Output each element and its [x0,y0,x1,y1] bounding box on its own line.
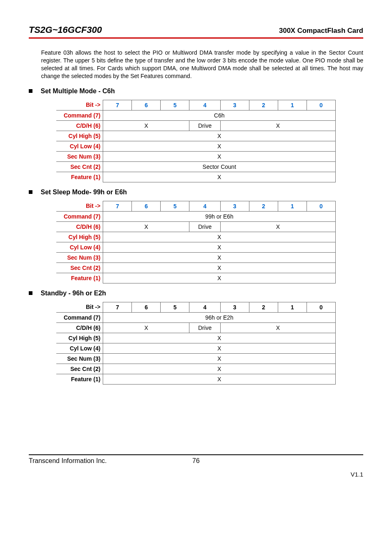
bit-column-header: 5 [161,201,189,211]
cdh-drive-value: Drive [189,221,220,232]
cyllow-value: X [103,141,336,151]
bit-column-header: 1 [278,100,307,110]
bit-header-label: Bit -> [56,100,103,110]
square-bullet-icon [29,291,32,295]
cylhigh-value: X [103,333,336,343]
feature-label: Feature (1) [56,273,103,283]
feature-value: X [103,172,336,182]
bit-header-label: Bit -> [56,201,103,211]
section-title-text: Set Sleep Mode- 99h or E6h [41,189,127,196]
command-label: Command (7) [56,312,103,322]
cylhigh-label: Cyl High (5) [56,131,103,141]
bit-column-header: 0 [307,100,335,110]
cdh-left-value: X [103,120,189,131]
bit-column-header: 2 [249,100,278,110]
page-header: TS2G~16GCF300 300X CompactFlash Card [29,25,363,39]
section-title-text: Standby - 96h or E2h [41,290,106,297]
bit-column-header: 2 [249,302,278,312]
cylhigh-value: X [103,232,336,242]
bit-column-header: 3 [220,201,249,211]
cdh-left-value: X [103,221,189,232]
bit-column-header: 1 [278,201,307,211]
cdh-right-value: X [220,322,335,333]
bit-column-header: 7 [103,100,132,110]
seccnt-label: Sec Cnt (2) [56,364,103,374]
bit-column-header: 5 [161,100,189,110]
section-title: Standby - 96h or E2h [29,290,363,297]
cylhigh-label: Cyl High (5) [56,232,103,242]
bit-column-header: 3 [220,302,249,312]
product-model: TS2G~16GCF300 [29,25,102,35]
bit-header-label: Bit -> [56,302,103,312]
company-name: Transcend Information Inc. [29,457,140,465]
bit-column-header: 1 [278,302,307,312]
secnum-value: X [103,353,336,364]
register-table: Bit ->76543210Command (7)96h or E2hC/D/H… [56,302,336,385]
version-label: V1.1 [29,471,363,478]
bit-column-header: 2 [249,201,278,211]
seccnt-label: Sec Cnt (2) [56,263,103,273]
bit-column-header: 7 [103,302,132,312]
cyllow-label: Cyl Low (4) [56,141,103,151]
secnum-label: Sec Num (3) [56,353,103,364]
section-title-text: Set Multiple Mode - C6h [41,88,115,95]
section-title: Set Multiple Mode - C6h [29,88,363,95]
command-label: Command (7) [56,110,103,120]
bit-column-header: 4 [189,100,220,110]
square-bullet-icon [29,190,32,194]
cylhigh-label: Cyl High (5) [56,333,103,343]
bit-column-header: 0 [307,201,335,211]
secnum-label: Sec Num (3) [56,252,103,263]
cdh-label: C/D/H (6) [56,120,103,131]
bit-column-header: 7 [103,201,132,211]
bit-column-header: 5 [161,302,189,312]
secnum-value: X [103,252,336,263]
feature-description: Feature 03h allows the host to select th… [41,49,363,80]
secnum-value: X [103,151,336,161]
cyllow-value: X [103,242,336,252]
seccnt-value: X [103,263,336,273]
page-number: 76 [140,457,251,465]
register-table: Bit ->76543210Command (7)99h or E6hC/D/H… [56,201,336,283]
feature-value: X [103,273,336,283]
feature-label: Feature (1) [56,374,103,384]
cdh-drive-value: Drive [189,322,220,333]
cyllow-label: Cyl Low (4) [56,343,103,353]
seccnt-label: Sec Cnt (2) [56,161,103,172]
command-value: 99h or E6h [103,211,336,221]
seccnt-value: Sector Count [103,161,336,172]
cdh-right-value: X [220,221,335,232]
bit-column-header: 3 [220,100,249,110]
cyllow-value: X [103,343,336,353]
bit-column-header: 4 [189,302,220,312]
command-value: C6h [103,110,336,120]
bit-column-header: 6 [132,100,161,110]
cdh-drive-value: Drive [189,120,220,131]
command-value: 96h or E2h [103,312,336,322]
square-bullet-icon [29,89,32,93]
feature-value: X [103,374,336,384]
bit-column-header: 4 [189,201,220,211]
cylhigh-value: X [103,131,336,141]
cdh-left-value: X [103,322,189,333]
command-label: Command (7) [56,211,103,221]
cyllow-label: Cyl Low (4) [56,242,103,252]
bit-column-header: 6 [132,201,161,211]
feature-label: Feature (1) [56,172,103,182]
secnum-label: Sec Num (3) [56,151,103,161]
product-subtitle: 300X CompactFlash Card [279,27,363,35]
page-footer: Transcend Information Inc. 76 [29,454,363,465]
section-title: Set Sleep Mode- 99h or E6h [29,189,363,196]
cdh-label: C/D/H (6) [56,322,103,333]
bit-column-header: 6 [132,302,161,312]
cdh-label: C/D/H (6) [56,221,103,232]
register-table: Bit ->76543210Command (7)C6hC/D/H (6)XDr… [56,100,336,182]
cdh-right-value: X [220,120,335,131]
seccnt-value: X [103,364,336,374]
bit-column-header: 0 [307,302,335,312]
